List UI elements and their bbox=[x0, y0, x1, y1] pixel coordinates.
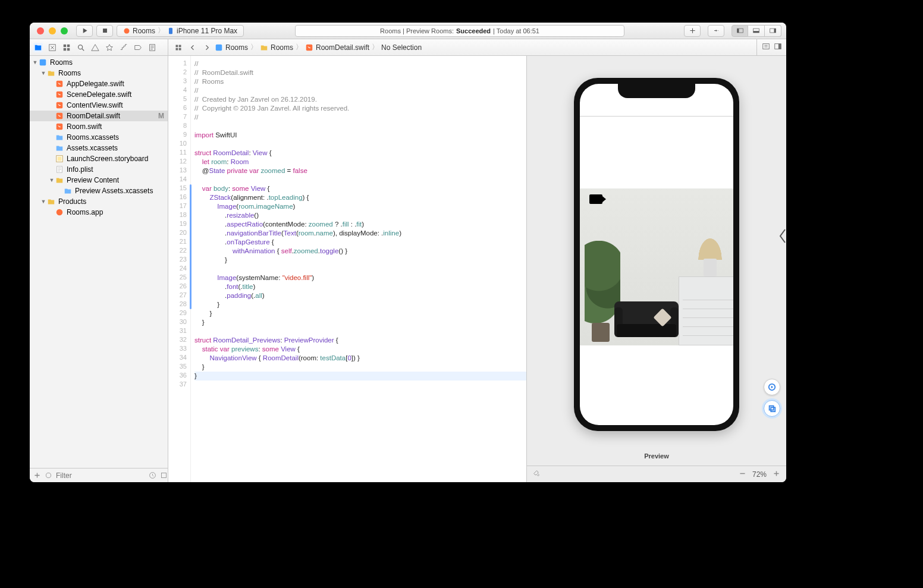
scm-status-icon[interactable] bbox=[160, 471, 168, 480]
file-tree-row[interactable]: ▼Products bbox=[30, 196, 168, 207]
svg-rect-22 bbox=[762, 43, 769, 49]
preview-canvas[interactable] bbox=[527, 56, 786, 452]
svg-point-34 bbox=[56, 209, 63, 216]
duplicate-preview-button[interactable] bbox=[764, 400, 780, 417]
zoom-level: 72% bbox=[752, 470, 767, 479]
swift-icon bbox=[55, 101, 64, 109]
run-button[interactable] bbox=[76, 25, 93, 37]
minimize-window-icon[interactable] bbox=[49, 27, 56, 34]
swift-icon bbox=[55, 122, 64, 131]
code-review-button[interactable] bbox=[708, 25, 724, 37]
file-tree-row[interactable]: Preview Assets.xcassets bbox=[30, 185, 168, 196]
file-tree-row[interactable]: Info.plist bbox=[30, 164, 168, 175]
close-window-icon[interactable] bbox=[37, 27, 44, 34]
svg-point-14 bbox=[79, 45, 83, 49]
file-tree-label: Room.swift bbox=[67, 122, 102, 131]
file-tree-row[interactable]: ▼Preview Content bbox=[30, 175, 168, 185]
breakpoint-navigator-icon[interactable] bbox=[133, 43, 143, 52]
live-preview-button[interactable] bbox=[764, 379, 780, 395]
line-gutter: 1234567891011121314151617181920212223242… bbox=[168, 56, 191, 482]
assets-icon bbox=[55, 133, 64, 142]
zoom-out-icon[interactable] bbox=[739, 470, 746, 479]
file-tree-label: Preview Content bbox=[67, 176, 119, 184]
stop-button[interactable] bbox=[96, 25, 113, 37]
jump-bar-item[interactable]: RoomDetail.swift bbox=[305, 43, 369, 52]
issue-navigator-icon[interactable] bbox=[90, 43, 100, 52]
preview-footer: 72% bbox=[527, 466, 786, 482]
jump-bar[interactable]: Rooms〉Rooms〉RoomDetail.swift〉No Selectio… bbox=[168, 39, 756, 55]
jump-bar-item[interactable]: Rooms bbox=[215, 43, 248, 52]
scheme-device-label: iPhone 11 Pro Max bbox=[177, 27, 237, 35]
debug-navigator-icon[interactable] bbox=[119, 43, 128, 52]
pin-preview-icon[interactable] bbox=[533, 470, 541, 479]
symbol-navigator-icon[interactable] bbox=[62, 43, 71, 52]
toggle-debug-area-button[interactable] bbox=[748, 25, 765, 37]
toggle-navigator-button[interactable] bbox=[732, 25, 748, 37]
file-tree-row[interactable]: RoomDetail.swiftM bbox=[30, 111, 168, 121]
find-navigator-icon[interactable] bbox=[76, 43, 86, 52]
nav-bar-separator bbox=[580, 116, 733, 117]
activity-prefix: Rooms | Preview Rooms: bbox=[380, 27, 454, 34]
report-navigator-icon[interactable] bbox=[147, 43, 157, 52]
file-tree-label: Rooms bbox=[58, 69, 81, 77]
recent-files-icon[interactable] bbox=[149, 471, 156, 480]
file-tree-row[interactable]: LaunchScreen.storyboard bbox=[30, 153, 168, 164]
show-authors-icon[interactable] bbox=[762, 42, 770, 53]
test-navigator-icon[interactable] bbox=[105, 43, 114, 52]
svg-point-35 bbox=[46, 473, 51, 477]
file-tree-label: Products bbox=[58, 197, 86, 206]
scheme-selector[interactable]: Rooms 〉 iPhone 11 Pro Max bbox=[117, 25, 244, 37]
related-items-icon[interactable] bbox=[172, 41, 185, 54]
source-control-navigator-icon[interactable] bbox=[48, 43, 57, 52]
editor-options bbox=[756, 39, 786, 55]
file-tree-label: SceneDelegate.swift bbox=[67, 90, 131, 99]
zoom-in-icon[interactable] bbox=[773, 470, 780, 479]
svg-rect-18 bbox=[176, 48, 178, 50]
change-bar bbox=[190, 184, 191, 309]
filter-input[interactable] bbox=[56, 471, 145, 480]
jump-bar-item[interactable]: No Selection bbox=[381, 43, 422, 52]
filter-scope-icon[interactable] bbox=[45, 471, 52, 480]
file-tree-row[interactable]: ▼Rooms bbox=[30, 57, 168, 68]
go-back-icon[interactable] bbox=[186, 41, 199, 54]
project-navigator: ▼Rooms▼RoomsAppDelegate.swiftSceneDelega… bbox=[30, 56, 168, 482]
device-notch bbox=[618, 84, 695, 98]
svg-rect-11 bbox=[67, 44, 70, 46]
source-editor[interactable]: 1234567891011121314151617181920212223242… bbox=[168, 56, 527, 482]
file-tree-row[interactable]: Room.swift bbox=[30, 121, 168, 132]
library-button[interactable] bbox=[684, 25, 701, 37]
next-preview-icon[interactable] bbox=[778, 228, 786, 244]
editor-and-canvas: 1234567891011121314151617181920212223242… bbox=[168, 56, 786, 482]
add-file-icon[interactable] bbox=[33, 471, 41, 480]
svg-rect-16 bbox=[176, 45, 178, 47]
swift-icon bbox=[55, 112, 64, 120]
jump-bar-path: Rooms〉Rooms〉RoomDetail.swift〉No Selectio… bbox=[215, 42, 422, 52]
toggle-inspector-button[interactable] bbox=[765, 25, 781, 37]
file-tree-row[interactable]: ▼Rooms bbox=[30, 68, 168, 78]
go-forward-icon[interactable] bbox=[200, 41, 214, 54]
file-tree-row[interactable]: SceneDelegate.swift bbox=[30, 89, 168, 100]
file-tree-label: Rooms.app bbox=[67, 208, 103, 216]
svg-rect-6 bbox=[754, 31, 759, 33]
preview-panel: Preview 72% bbox=[527, 56, 786, 482]
code-area[interactable]: //// RoomDetail.swift// Rooms//// Create… bbox=[191, 56, 526, 482]
svg-rect-4 bbox=[737, 29, 739, 33]
activity-suffix: | Today at 06:51 bbox=[493, 27, 539, 34]
file-tree-row[interactable]: ContentView.swift bbox=[30, 100, 168, 111]
project-navigator-icon[interactable] bbox=[33, 43, 43, 52]
file-tree-label: AppDelegate.swift bbox=[67, 80, 124, 88]
activity-viewer[interactable]: Rooms | Preview Rooms: Succeeded | Today… bbox=[295, 25, 624, 37]
adjust-editor-icon[interactable] bbox=[774, 42, 782, 53]
file-tree-row[interactable]: Assets.xcassets bbox=[30, 143, 168, 153]
file-tree[interactable]: ▼Rooms▼RoomsAppDelegate.swiftSceneDelega… bbox=[30, 56, 168, 468]
file-tree-row[interactable]: AppDelegate.swift bbox=[30, 78, 168, 89]
file-tree-row[interactable]: Rooms.xcassets bbox=[30, 132, 168, 143]
file-tree-label: ContentView.swift bbox=[67, 101, 123, 109]
device-frame bbox=[574, 78, 739, 431]
zoom-window-icon[interactable] bbox=[61, 27, 68, 34]
file-tree-row[interactable]: Rooms.app bbox=[30, 207, 168, 218]
navigator-selector-bar: Rooms〉Rooms〉RoomDetail.swift〉No Selectio… bbox=[30, 39, 786, 56]
swift-icon bbox=[55, 90, 64, 99]
window-controls bbox=[34, 27, 76, 34]
jump-bar-item[interactable]: Rooms bbox=[260, 43, 293, 52]
